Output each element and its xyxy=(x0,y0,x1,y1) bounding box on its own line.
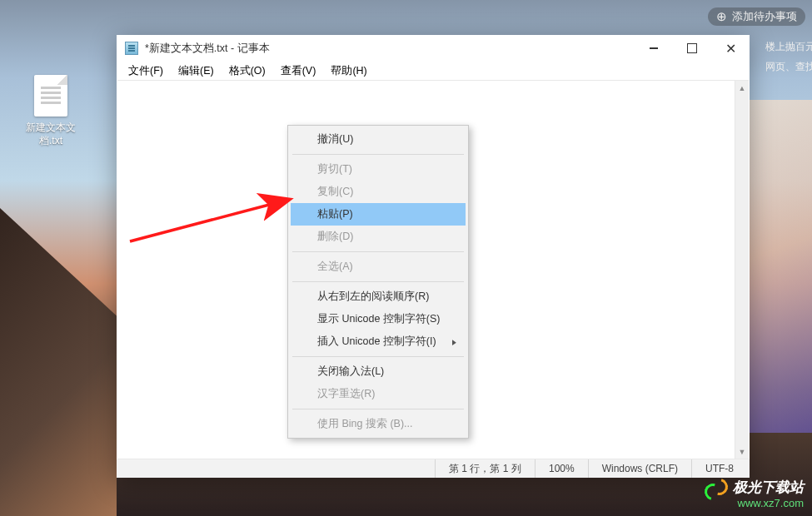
menu-edit[interactable]: 编辑(E) xyxy=(172,62,221,80)
status-line-ending: Windows (CRLF) xyxy=(588,459,691,478)
menu-separator xyxy=(292,154,464,155)
text-file-icon xyxy=(34,75,67,117)
watermark-logo-icon xyxy=(705,479,728,497)
scroll-down-icon[interactable]: ▼ xyxy=(735,444,749,459)
scroll-up-icon[interactable]: ▲ xyxy=(735,81,749,95)
vertical-scrollbar[interactable]: ▲ ▼ xyxy=(735,81,749,459)
statusbar: 第 1 行，第 1 列 100% Windows (CRLF) UTF-8 xyxy=(117,459,750,478)
sidebar-news: 楼上抛百元钞票 网页、查找文件 xyxy=(762,33,812,77)
context-menu-item[interactable]: 撤消(U) xyxy=(291,128,466,151)
status-cursor-position: 第 1 行，第 1 列 xyxy=(435,459,535,478)
desktop-file-label: 新建文本文档.txt xyxy=(25,122,77,147)
watermark: 极光下载站 www.xz7.com xyxy=(705,479,804,511)
desktop-file-icon[interactable]: 新建文本文档.txt xyxy=(25,75,77,147)
menu-format[interactable]: 格式(O) xyxy=(222,62,272,80)
add-todo-label: 添加待办事项 xyxy=(732,9,797,24)
minimize-button[interactable] xyxy=(635,35,673,62)
context-menu-item: 删除(D) xyxy=(291,226,466,248)
news-item[interactable]: 楼上抛百元钞票 xyxy=(762,37,812,57)
notepad-icon xyxy=(125,42,138,55)
plus-icon: ⊕ xyxy=(716,9,727,24)
context-menu: 撤消(U)剪切(T)复制(C)粘贴(P)删除(D)全选(A)从右到左的阅读顺序(… xyxy=(287,125,469,439)
menu-separator xyxy=(292,356,464,357)
watermark-name: 极光下载站 xyxy=(733,479,804,497)
context-menu-item: 剪切(T) xyxy=(291,158,466,181)
menubar: 文件(F) 编辑(E) 格式(O) 查看(V) 帮助(H) xyxy=(117,62,750,80)
context-menu-item: 使用 Bing 搜索 (B)... xyxy=(291,413,466,435)
context-menu-item[interactable]: 关闭输入法(L) xyxy=(291,360,466,383)
close-button[interactable]: ✕ xyxy=(711,35,750,62)
context-menu-item[interactable]: 显示 Unicode 控制字符(S) xyxy=(291,308,466,330)
window-controls: ✕ xyxy=(635,35,750,62)
context-menu-item[interactable]: 从右到左的阅读顺序(R) xyxy=(291,285,466,308)
context-menu-item[interactable]: 插入 Unicode 控制字符(I) xyxy=(291,330,466,353)
context-menu-item[interactable]: 粘贴(P) xyxy=(291,203,466,226)
add-todo-button[interactable]: ⊕ 添加待办事项 xyxy=(708,7,805,26)
watermark-url: www.xz7.com xyxy=(705,497,804,511)
status-zoom: 100% xyxy=(535,459,588,478)
context-menu-item: 汉字重选(R) xyxy=(291,383,466,405)
menu-file[interactable]: 文件(F) xyxy=(122,62,170,80)
window-title: *新建文本文档.txt - 记事本 xyxy=(145,42,635,56)
menu-separator xyxy=(292,281,464,282)
context-menu-item: 复制(C) xyxy=(291,181,466,203)
bg-decoration xyxy=(0,208,117,516)
status-encoding: UTF-8 xyxy=(691,459,750,478)
menu-help[interactable]: 帮助(H) xyxy=(324,62,373,80)
menu-separator xyxy=(292,251,464,252)
context-menu-item: 全选(A) xyxy=(291,256,466,278)
menu-view[interactable]: 查看(V) xyxy=(274,62,323,80)
menu-separator xyxy=(292,409,464,409)
titlebar[interactable]: *新建文本文档.txt - 记事本 ✕ xyxy=(117,35,750,62)
news-item[interactable]: 网页、查找文件 xyxy=(762,57,812,77)
maximize-button[interactable] xyxy=(673,35,711,62)
